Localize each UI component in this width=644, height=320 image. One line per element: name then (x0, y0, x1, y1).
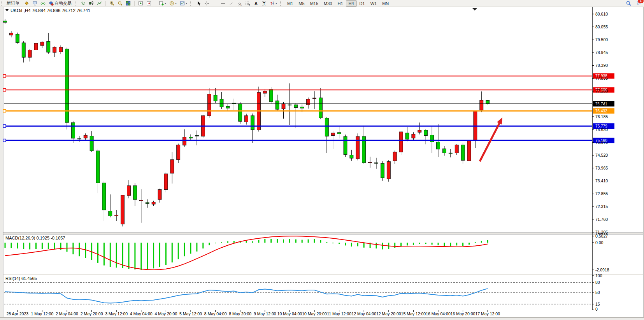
panel-splitter[interactable] (3, 274, 643, 276)
timeframe-m30-button[interactable]: M30 (321, 0, 335, 7)
price-tick-label: 71.205 (595, 230, 608, 234)
chevron-down-icon: ▾ (175, 2, 177, 5)
rsi-label: RSI(14) 61.4565 (5, 276, 37, 281)
time-tick-label: 8 May 20:00 (229, 311, 251, 316)
chevron-down-icon: ▾ (275, 2, 277, 5)
chat-badge: 1 (638, 0, 644, 3)
chat-icon[interactable]: 1 (637, 0, 642, 6)
market-watch-icon[interactable] (23, 0, 31, 7)
svg-text:F: F (249, 4, 251, 6)
candle (16, 33, 19, 44)
cursor-icon[interactable] (195, 0, 203, 7)
chart-title: UKOil-,H4 76.884 76.896 76.712 76.741 (11, 8, 90, 13)
candle (387, 160, 390, 182)
time-tick-label: 16 May 20:00 (451, 311, 476, 316)
timeframe-m15-button[interactable]: M15 (307, 0, 321, 7)
auto-trading-icon[interactable]: 自动交易 (47, 0, 73, 7)
price-tick-label: 77.280 (595, 89, 608, 93)
svg-text:T: T (263, 1, 265, 5)
arrows-icon[interactable]: ▾ (268, 0, 279, 7)
chevron-down-icon: ▾ (165, 2, 166, 5)
toolbar-grip[interactable] (280, 1, 283, 6)
candle (34, 42, 38, 51)
price-tick-label: 74.520 (595, 153, 608, 157)
timeframe-h4-button[interactable]: H4 (346, 0, 357, 7)
panel-splitter[interactable] (3, 233, 643, 234)
crosshair-icon[interactable] (203, 0, 211, 7)
rsi-tick-label: 100 (595, 273, 602, 278)
macd-tick-label: 0.00 (595, 240, 604, 245)
candle (461, 143, 465, 164)
time-tick-label: 10 May 04:00 (277, 311, 302, 316)
candle (65, 47, 69, 129)
time-tick-label: 2 May 04:00 (56, 311, 78, 316)
price-tick-label: 78.390 (595, 63, 608, 68)
chevron-down-icon: ▾ (186, 2, 187, 5)
price-tick-label: 75.630 (595, 127, 608, 132)
time-tick-label: 15 May 12:00 (401, 311, 426, 316)
tile-windows-icon[interactable] (124, 0, 132, 7)
macd-label: MACD(12,26,9) 0.1925 -0.1057 (5, 236, 65, 240)
timeframe-h1-button[interactable]: H1 (335, 0, 346, 7)
search-icon[interactable] (625, 0, 633, 7)
toolbar-grip[interactable] (190, 1, 193, 6)
time-tick-label: 8 May 04:00 (204, 311, 227, 316)
price-tick-label: 77.835 (595, 76, 608, 80)
time-tick-label: 4 May 04:00 (130, 311, 153, 316)
toolbar: 新订单 自动交易 ▾▾▾ EFAT▾ M1M5M15M30H1H4D1W1MN … (0, 0, 644, 7)
rsi-tick-label: 50 (595, 290, 600, 295)
zoom-in-icon[interactable] (108, 0, 116, 7)
candlestick-icon[interactable] (87, 0, 95, 7)
time-tick-label: 11 May 12:00 (327, 311, 351, 316)
candle (239, 102, 242, 124)
price-badge: 76.432 (595, 109, 607, 113)
horizontal-line-icon[interactable] (219, 0, 227, 7)
time-tick-label: 12 May 20:00 (376, 311, 401, 316)
price-tick-label: 79.500 (595, 37, 608, 42)
rsi-tick-label: 0 (595, 307, 598, 311)
template-icon[interactable]: ▾ (178, 0, 189, 7)
price-tick-label: 78.945 (595, 50, 608, 55)
timeframe-mn-button[interactable]: MN (379, 0, 391, 7)
timeframe-d1-button[interactable]: D1 (357, 0, 368, 7)
time-tick-label: 4 May 20:00 (155, 311, 177, 316)
price-tick-label: 72.315 (595, 204, 608, 209)
line-chart-icon[interactable] (95, 0, 104, 7)
rsi-tick-label: 80 (595, 280, 600, 285)
time-tick-label: 16 May 04:00 (426, 311, 451, 316)
zoom-out-icon[interactable] (116, 0, 124, 7)
chart-shift-icon[interactable] (137, 0, 145, 7)
time-tick-label: 2 May 20:00 (81, 311, 103, 316)
price-tick-label: 71.760 (595, 217, 608, 222)
toolbar-grip[interactable] (1, 1, 4, 6)
svg-text:A: A (254, 1, 258, 6)
toolbar-grip[interactable] (75, 1, 77, 6)
time-tick-label: 9 May 12:00 (254, 311, 276, 316)
chart-area[interactable]: 77.93877.33676.74176.43275.77975.160 0.5… (0, 0, 644, 320)
signals-icon[interactable] (39, 0, 47, 7)
time-tick-label: 5 May 12:00 (179, 311, 202, 316)
label-icon[interactable]: T (260, 0, 268, 7)
periods-clock-icon[interactable]: ▾ (168, 0, 178, 7)
new-order-button[interactable]: 新订单 (5, 0, 21, 7)
trendline-icon[interactable] (227, 0, 235, 7)
candle (344, 135, 347, 157)
text-icon[interactable]: A (252, 0, 260, 7)
timeframe-m5-button[interactable]: M5 (296, 0, 307, 7)
timeframe-m1-button[interactable]: M1 (284, 0, 296, 7)
price-tick-label: 76.725 (595, 102, 608, 107)
fibonacci-icon[interactable]: F (244, 0, 252, 7)
timeframe-w1-button[interactable]: W1 (368, 0, 380, 7)
channel-icon[interactable]: E (235, 0, 244, 7)
time-tick-label: 28 Apr 2023 (6, 311, 28, 316)
rsi-tick-label: 15 (595, 302, 600, 306)
time-tick-label: 10 May 20:00 (302, 311, 327, 316)
bar-chart-icon[interactable] (79, 0, 87, 7)
vertical-line-icon[interactable] (211, 0, 219, 7)
auto-trading-label: 自动交易 (54, 0, 72, 6)
terminal-icon[interactable] (31, 0, 39, 7)
price-tick-label: 73.410 (595, 178, 608, 183)
new-chart-icon[interactable]: ▾ (157, 0, 168, 7)
auto-scroll-icon[interactable] (145, 0, 153, 7)
candle (164, 172, 168, 192)
